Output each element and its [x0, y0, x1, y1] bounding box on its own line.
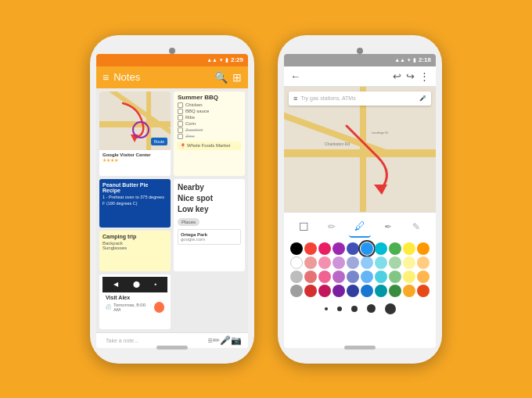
- take-note-text[interactable]: Take a note...: [102, 338, 208, 343]
- color-dot-37[interactable]: [389, 285, 401, 297]
- note-peanut-card[interactable]: Peanut Butter Pie Recipe 1 - Preheat ove…: [99, 179, 171, 228]
- phone2-wifi-icon: ▾: [408, 57, 411, 63]
- tool-eraser[interactable]: ✏: [321, 216, 343, 238]
- color-dot-17[interactable]: [389, 256, 401, 269]
- checkbox-chicken[interactable]: [178, 102, 183, 108]
- note-visit-time: 🕗 Tomorrow, 8:00 AM: [106, 302, 164, 313]
- color-dot-5[interactable]: [361, 242, 373, 255]
- color-dot-3[interactable]: [332, 242, 345, 255]
- map-mic-icon[interactable]: 🎤: [419, 95, 426, 102]
- color-dot-4[interactable]: [347, 242, 359, 255]
- color-dot-18[interactable]: [403, 256, 415, 269]
- brush-size-4[interactable]: [367, 304, 376, 313]
- color-dot-26[interactable]: [375, 271, 387, 283]
- color-dot-8[interactable]: [403, 242, 415, 255]
- phone2-map-search[interactable]: ≡ Try gas stations, ATMs 🎤: [289, 91, 431, 106]
- note-bbq-location: 📍 Whole Foods Market: [178, 142, 241, 150]
- map-menu-icon: ≡: [293, 95, 297, 102]
- phone1-toolbar: ≡ Notes 🔍 ⊞: [96, 66, 248, 88]
- phone2-toolbar: ← ↩ ↪ ⋮: [284, 66, 436, 87]
- color-dot-6[interactable]: [375, 242, 387, 255]
- color-dot-7[interactable]: [389, 242, 401, 255]
- tool-marker[interactable]: ✒: [377, 216, 399, 238]
- phone2-more-icon[interactable]: ⋮: [419, 70, 430, 82]
- note-camping-card[interactable]: Camping trip Backpack Sunglasses: [99, 231, 171, 271]
- color-dot-38[interactable]: [403, 285, 415, 297]
- note-bbq-card[interactable]: Summer BBQ Chicken BBQ sauce Ribs: [174, 91, 245, 177]
- color-dot-16[interactable]: [375, 256, 387, 269]
- checkbox-corn[interactable]: [178, 121, 183, 127]
- bottombar-mic-icon[interactable]: 🎤: [220, 335, 231, 346]
- color-dot-9[interactable]: [417, 242, 430, 255]
- phone2-back-icon[interactable]: ←: [290, 70, 300, 82]
- color-dot-20[interactable]: [290, 271, 303, 283]
- map-directions-btn[interactable]: Route: [151, 138, 167, 145]
- color-dot-12[interactable]: [318, 256, 331, 269]
- color-dot-22[interactable]: [318, 271, 331, 283]
- note-bbq-item-corn: Corn: [178, 121, 241, 127]
- checkbox-bbqsauce[interactable]: [178, 109, 183, 114]
- pen-icon: 🖊: [354, 220, 365, 232]
- color-dot-34[interactable]: [347, 285, 359, 297]
- note-park-sub: google.com: [181, 237, 238, 242]
- bottombar-pencil-icon[interactable]: ✏: [213, 335, 220, 346]
- color-dot-21[interactable]: [304, 271, 317, 283]
- note-park: Ortega Park google.com: [178, 229, 241, 245]
- phone1-content: Route Google Visitor Center ★★★★ Summer …: [96, 88, 248, 332]
- drawing-tools-row: ☐ ✏ 🖊 ✒ ✎: [290, 216, 430, 238]
- color-dot-31[interactable]: [304, 285, 317, 297]
- note-nearby-card[interactable]: NearbyNice spotLow key Places Ortega Par…: [174, 179, 245, 271]
- phone2-redo-icon[interactable]: ↪: [406, 70, 415, 82]
- color-dot-11[interactable]: [304, 256, 317, 269]
- color-dot-1[interactable]: [304, 242, 317, 255]
- checkbox-zucchini[interactable]: [178, 127, 183, 133]
- note-bbq-item-bbqsauce: BBQ sauce: [178, 109, 241, 114]
- brush-size-1[interactable]: [325, 307, 328, 310]
- note-bbq-item-ribs: Ribs: [178, 115, 241, 120]
- color-dot-24[interactable]: [347, 271, 359, 283]
- color-dot-39[interactable]: [417, 285, 430, 297]
- bottombar-camera-icon[interactable]: 📷: [231, 335, 242, 346]
- tool-pen[interactable]: 🖊: [349, 216, 371, 238]
- brush-size-2[interactable]: [337, 307, 342, 311]
- brush-size-3[interactable]: [351, 306, 358, 312]
- phone2-undo-icon[interactable]: ↩: [393, 70, 401, 82]
- color-dot-32[interactable]: [318, 285, 331, 297]
- phone2-drawing-toolbar: ☐ ✏ 🖊 ✒ ✎: [284, 212, 436, 319]
- note-visit-card[interactable]: ◀ ⬤ ▪ Visit Alex 🕗 Tomorrow, 8:00 AM: [99, 274, 171, 329]
- phone1-search-icon[interactable]: 🔍: [214, 71, 228, 84]
- color-dot-36[interactable]: [375, 285, 387, 297]
- color-dot-30[interactable]: [290, 285, 303, 297]
- color-dot-15[interactable]: [361, 256, 373, 269]
- color-dot-33[interactable]: [332, 285, 345, 297]
- checkbox-zine[interactable]: [178, 134, 183, 139]
- phone1-menu-icon[interactable]: ≡: [102, 71, 109, 84]
- item-label-ribs: Ribs: [185, 115, 195, 120]
- phone2-statusbar: ▲▲ ▾ ▮ 2:18: [284, 54, 436, 66]
- phone-1: ▲▲ ▾ ▮ 2:29 ≡ Notes 🔍 ⊞: [90, 35, 254, 364]
- tool-pencil[interactable]: ✎: [405, 216, 427, 238]
- brush-size-5[interactable]: [385, 303, 396, 314]
- map-circle: [132, 121, 149, 138]
- note-bbq-item-zine: Zine: [178, 134, 241, 139]
- color-dot-23[interactable]: [332, 271, 345, 283]
- color-dot-19[interactable]: [417, 256, 430, 269]
- item-label-bbqsauce: BBQ sauce: [185, 109, 209, 113]
- color-dot-29[interactable]: [417, 271, 430, 283]
- color-dot-28[interactable]: [403, 271, 415, 283]
- visit-time-label: Tomorrow, 8:00 AM: [113, 303, 152, 312]
- color-dot-14[interactable]: [347, 256, 359, 269]
- color-dot-35[interactable]: [361, 285, 373, 297]
- note-places-badge[interactable]: Places: [178, 218, 200, 226]
- note-map-card[interactable]: Route Google Visitor Center ★★★★: [99, 91, 171, 177]
- color-dot-27[interactable]: [389, 271, 401, 283]
- phone1-grid-icon[interactable]: ⊞: [232, 71, 242, 84]
- checkbox-ribs[interactable]: [178, 115, 183, 120]
- tool-rectangle[interactable]: ☐: [293, 216, 315, 238]
- color-dot-10[interactable]: [290, 256, 303, 269]
- color-dot-0[interactable]: [290, 242, 303, 255]
- color-dot-13[interactable]: [332, 256, 345, 269]
- color-dot-2[interactable]: [318, 242, 331, 255]
- brush-sizes-row: [290, 302, 430, 316]
- color-dot-25[interactable]: [361, 271, 373, 283]
